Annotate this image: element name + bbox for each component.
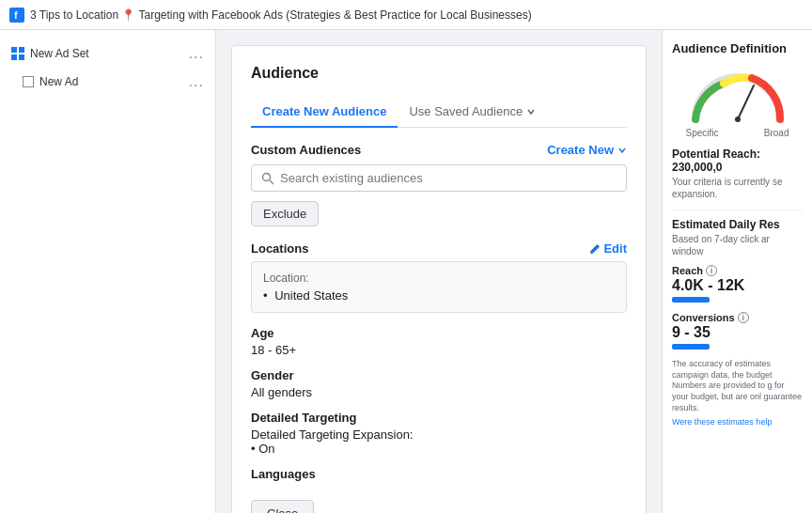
disclaimer-link[interactable]: Were these estimates help xyxy=(672,417,772,427)
tab-saved[interactable]: Use Saved Audience xyxy=(398,97,547,128)
create-new-arrow-icon xyxy=(617,146,627,155)
languages-label: Languages xyxy=(251,467,627,481)
reach-bar xyxy=(672,297,710,303)
svg-point-9 xyxy=(735,117,741,122)
custom-audiences-label: Custom Audiences xyxy=(251,143,361,157)
potential-reach-sub: Your criteria is currently se expansion. xyxy=(672,176,803,200)
detailed-label: Detailed Targeting xyxy=(251,411,627,425)
close-button[interactable]: Close xyxy=(251,500,314,513)
svg-rect-3 xyxy=(19,47,24,53)
age-value: 18 - 65+ xyxy=(251,343,627,357)
create-new-button[interactable]: Create New xyxy=(547,143,627,157)
svg-rect-5 xyxy=(19,54,24,60)
edit-icon xyxy=(589,243,601,255)
search-input[interactable] xyxy=(280,171,617,185)
facebook-icon: f xyxy=(9,8,24,23)
right-panel: Audience Definition Specific Broad xyxy=(662,30,812,513)
main-content: Audience Create New Audience Use Saved A… xyxy=(216,30,662,513)
tab-create-new[interactable]: Create New Audience xyxy=(251,97,398,128)
gender-section: Gender All genders xyxy=(251,368,627,399)
top-bar-title: 3 Tips to Location 📍 Targeting with Face… xyxy=(30,8,532,22)
detailed-sub: Detailed Targeting Expansion: xyxy=(251,428,627,442)
svg-text:f: f xyxy=(14,9,18,21)
reach-info-icon[interactable]: i xyxy=(706,265,717,276)
search-box xyxy=(251,164,627,192)
locations-header: Locations Edit xyxy=(251,241,627,256)
exclude-button[interactable]: Exclude xyxy=(251,201,319,226)
top-bar: f 3 Tips to Location 📍 Targeting with Fa… xyxy=(0,0,812,30)
estimated-title: Estimated Daily Res xyxy=(672,218,803,231)
sidebar-ad-set-item[interactable]: New Ad Set ... xyxy=(0,39,215,68)
locations-section: Locations Edit Location: • United States xyxy=(251,241,627,313)
languages-section: Languages xyxy=(251,467,627,481)
conversions-bar xyxy=(672,344,710,350)
ad-checkbox[interactable] xyxy=(23,76,34,87)
gender-value: All genders xyxy=(251,385,627,399)
panel-title: Audience Definition xyxy=(672,41,803,55)
grid-icon xyxy=(11,47,24,60)
potential-reach: Potential Reach: 230,000,0 xyxy=(672,148,803,174)
gauge-svg xyxy=(686,65,789,126)
audience-title: Audience xyxy=(251,65,627,82)
main-layout: New Ad Set ... New Ad ... Audience Creat… xyxy=(0,30,812,513)
custom-audiences-header: Custom Audiences Create New xyxy=(251,143,627,157)
age-section: Age 18 - 65+ xyxy=(251,326,627,357)
disclaimer: The accuracy of estimates campaign data,… xyxy=(672,359,803,413)
divider xyxy=(672,210,803,210)
location-value: • United States xyxy=(263,288,615,303)
audience-tabs: Create New Audience Use Saved Audience xyxy=(251,97,627,128)
reach-value: 4.0K - 12K xyxy=(672,277,803,294)
ad-set-dots[interactable]: ... xyxy=(189,45,204,62)
svg-rect-4 xyxy=(11,54,17,60)
svg-line-8 xyxy=(738,86,754,119)
detailed-targeting-section: Detailed Targeting Detailed Targeting Ex… xyxy=(251,411,627,456)
locations-label: Locations xyxy=(251,241,308,256)
conversions-value: 9 - 35 xyxy=(672,324,803,341)
search-icon xyxy=(261,172,274,185)
locations-box: Location: • United States xyxy=(251,261,627,313)
sidebar: New Ad Set ... New Ad ... xyxy=(0,30,216,513)
dropdown-arrow-icon xyxy=(526,107,536,117)
gauge-container: Specific Broad xyxy=(672,65,803,138)
conversions-info-icon[interactable]: i xyxy=(738,312,749,323)
sidebar-ad-item[interactable]: New Ad ... xyxy=(0,68,215,96)
svg-line-7 xyxy=(270,180,273,184)
age-label: Age xyxy=(251,326,627,340)
broad-label: Broad xyxy=(764,128,789,138)
detailed-value: • On xyxy=(251,442,627,456)
svg-point-6 xyxy=(263,173,271,180)
ad-set-label: New Ad Set xyxy=(30,47,89,60)
specific-label: Specific xyxy=(686,128,719,138)
gauge-labels: Specific Broad xyxy=(686,128,789,138)
conversions-label: Conversions i xyxy=(672,312,803,323)
gender-label: Gender xyxy=(251,368,627,382)
location-sublabel: Location: xyxy=(263,272,615,285)
ad-dots[interactable]: ... xyxy=(189,73,204,90)
edit-button[interactable]: Edit xyxy=(589,241,627,256)
reach-label: Reach i xyxy=(672,265,803,276)
estimated-sub: Based on 7-day click ar window xyxy=(672,233,803,257)
audience-card: Audience Create New Audience Use Saved A… xyxy=(231,45,647,513)
ad-label: New Ad xyxy=(39,75,78,88)
svg-rect-2 xyxy=(11,47,17,53)
